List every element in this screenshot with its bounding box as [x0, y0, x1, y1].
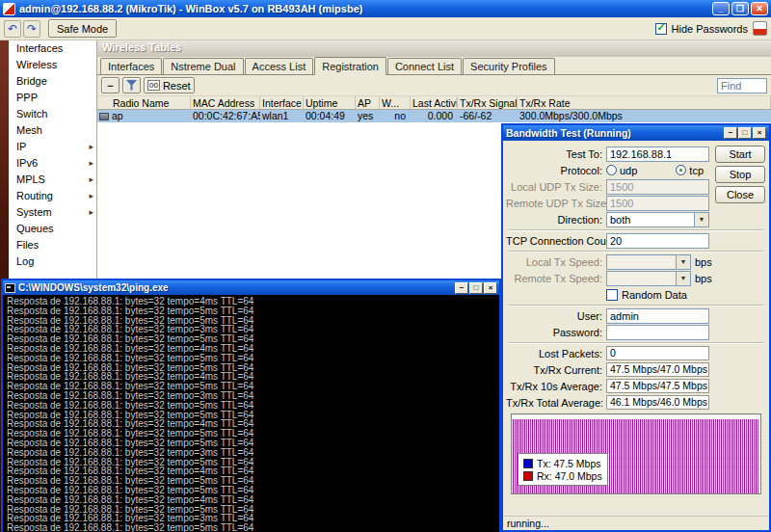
bps-label: bps — [695, 273, 712, 284]
bandwidth-test-titlebar[interactable]: Bandwidth Test (Running) — [503, 125, 769, 141]
lost-packets-value: 0 — [606, 346, 709, 360]
wireless-tabs: InterfacesNstreme DualAccess ListRegistr… — [97, 57, 771, 75]
rate-cell: 300.0Mbps/300.0Mbps — [518, 110, 771, 122]
bandwidth-test-title: Bandwidth Test (Running) — [506, 127, 723, 139]
tab-security-profiles[interactable]: Security Profiles — [463, 58, 554, 74]
tab-connect-list[interactable]: Connect List — [387, 58, 462, 74]
column-mac-address[interactable]: MAC Address — [191, 96, 260, 109]
sidebar-item-ip[interactable]: IP — [9, 139, 96, 155]
throughput-chart: Tx: 47.5 Mbps Rx: 47.0 Mbps — [511, 413, 761, 494]
test-to-input[interactable] — [606, 146, 709, 162]
chevron-down-icon[interactable] — [694, 213, 708, 226]
start-button[interactable]: Start — [715, 146, 765, 163]
sidebar-item-wireless[interactable]: Wireless — [9, 57, 96, 73]
remove-button[interactable] — [101, 77, 120, 93]
tab-nstreme-dual[interactable]: Nstreme Dual — [163, 58, 243, 74]
radio-name-cell: ap — [112, 110, 123, 122]
ping-window: C:\WINDOWS\system32\ping.exe Resposta de… — [1, 279, 501, 532]
column-uptime[interactable]: Uptime — [304, 96, 356, 109]
interface-cell: wlan1 — [260, 110, 304, 122]
tx-legend-swatch — [523, 459, 533, 468]
table-row[interactable]: ap 00:0C:42:67:A5:F3 wlan1 00:04:49 yes … — [97, 110, 771, 122]
direction-value: both — [607, 214, 694, 226]
sidebar-item-mpls[interactable]: MPLS — [9, 172, 96, 188]
user-input[interactable] — [606, 308, 709, 324]
bt-close-button[interactable] — [753, 127, 766, 139]
terminal-output[interactable]: Resposta de 192.168.88.1: bytes=32 tempo… — [3, 295, 499, 532]
sidebar-item-ipv6[interactable]: IPv6 — [9, 155, 96, 172]
sidebar-item-label: Interfaces — [16, 42, 63, 54]
winbox-badge-icon — [753, 21, 767, 36]
close-button[interactable]: ✕ — [751, 2, 768, 15]
tab-interfaces[interactable]: Interfaces — [100, 58, 162, 74]
sidebar-item-label: Switch — [16, 108, 47, 120]
protocol-udp-radio[interactable] — [606, 165, 617, 175]
find-input[interactable] — [717, 78, 767, 93]
sidebar-item-ppp[interactable]: PPP — [9, 90, 96, 106]
column-signal[interactable]: Tx/Rx Signal ... — [458, 96, 518, 109]
minimize-button[interactable]: _ — [712, 2, 730, 15]
sidebar-item-mesh[interactable]: Mesh — [9, 122, 96, 139]
column-last-activity[interactable]: Last Activit... — [411, 96, 458, 109]
lost-packets-label: Lost Packets: — [506, 348, 606, 359]
sidebar-item-switch[interactable]: Switch — [9, 106, 96, 122]
column-rate[interactable]: Tx/Rx Rate — [518, 96, 771, 109]
w-cell: no — [380, 110, 411, 122]
expand-arrow-icon — [89, 139, 93, 155]
sidebar-item-routing[interactable]: Routing — [9, 188, 96, 204]
filter-button[interactable] — [122, 77, 141, 93]
expand-arrow-icon — [89, 204, 93, 221]
tx-rx-10s-avg-value: 47.5 Mbps/47.5 Mbps — [606, 379, 709, 393]
hide-passwords-checkbox[interactable] — [655, 23, 667, 35]
password-input[interactable] — [606, 325, 709, 340]
random-data-checkbox[interactable] — [606, 289, 618, 301]
ping-close-button[interactable] — [484, 282, 497, 294]
tx-rx-total-avg-value: 46.1 Mbps/46.0 Mbps — [606, 395, 709, 410]
sidebar-item-bridge[interactable]: Bridge — [9, 73, 96, 90]
sidebar-item-label: Files — [16, 239, 39, 251]
remote-udp-tx-size-label: Remote UDP Tx Size: — [506, 198, 606, 209]
tab-access-list[interactable]: Access List — [245, 58, 314, 74]
sidebar-item-log[interactable]: Log — [9, 253, 96, 270]
safe-mode-button[interactable]: Safe Mode — [48, 19, 117, 38]
bps-label: bps — [695, 256, 712, 268]
last-activity-cell: 0.000 — [411, 110, 458, 122]
ping-titlebar[interactable]: C:\WINDOWS\system32\ping.exe — [3, 280, 499, 295]
sidebar-item-system[interactable]: System — [9, 204, 96, 221]
tcp-connection-count-input[interactable] — [606, 233, 709, 249]
bt-minimize-button[interactable] — [724, 127, 737, 139]
local-udp-tx-size-input — [606, 179, 709, 195]
status-bar: running... — [503, 516, 769, 530]
sidebar-item-files[interactable]: Files — [9, 237, 96, 253]
chevron-down-icon — [676, 272, 690, 285]
protocol-label: Protocol: — [506, 165, 606, 176]
app-titlebar: admin@192.168.88.2 (MikroTik) - WinBox v… — [0, 0, 771, 17]
user-label: User: — [506, 310, 606, 322]
column-radio-name[interactable]: Radio Name — [97, 96, 191, 109]
bt-maximize-button[interactable] — [738, 127, 752, 139]
close-window-button[interactable]: Close — [715, 186, 765, 203]
column-w[interactable]: W... — [380, 96, 411, 109]
mac-address-cell: 00:0C:42:67:A5:F3 — [191, 110, 260, 122]
direction-select[interactable]: both — [606, 212, 709, 227]
local-udp-tx-size-label: Local UDP Tx Size: — [506, 181, 606, 193]
wireless-tables-titlebar[interactable]: Wireless Tables — [97, 40, 771, 57]
protocol-tcp-radio[interactable] — [676, 165, 686, 175]
ping-maximize-button[interactable] — [469, 282, 483, 294]
tx-rx-current-value: 47.5 Mbps/47.0 Mbps — [606, 362, 709, 377]
redo-button[interactable] — [23, 20, 40, 38]
tab-registration[interactable]: Registration — [314, 57, 386, 75]
sidebar-item-interfaces[interactable]: Interfaces — [9, 40, 96, 57]
undo-button[interactable] — [4, 20, 21, 38]
reset-button[interactable]: 00 Reset — [144, 77, 195, 93]
tx-legend-label: Tx: 47.5 Mbps — [537, 458, 601, 469]
ping-window-title: C:\WINDOWS\system32\ping.exe — [18, 282, 454, 293]
stop-button[interactable]: Stop — [715, 166, 765, 183]
terminal-line: Resposta de 192.168.88.1: bytes=32 tempo… — [7, 523, 499, 532]
column-interface[interactable]: Interface — [260, 96, 304, 109]
column-ap[interactable]: AP — [356, 96, 380, 109]
sidebar-item-queues[interactable]: Queues — [9, 221, 96, 237]
maximize-button[interactable]: ❐ — [731, 2, 749, 15]
protocol-tcp-label: tcp — [689, 165, 704, 176]
ping-minimize-button[interactable] — [455, 282, 468, 294]
